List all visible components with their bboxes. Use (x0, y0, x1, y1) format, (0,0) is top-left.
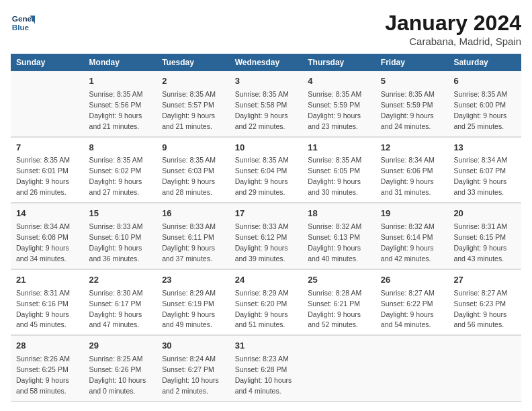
calendar-cell: 15Sunrise: 8:33 AMSunset: 6:10 PMDayligh… (84, 203, 157, 269)
daylight-text: Daylight: 9 hours and 42 minutes. (381, 244, 434, 263)
sunset-text: Sunset: 6:11 PM (162, 233, 214, 241)
calendar-cell: 22Sunrise: 8:30 AMSunset: 6:17 PMDayligh… (84, 269, 157, 336)
daylight-text: Daylight: 10 hours and 2 minutes. (162, 376, 219, 395)
daylight-text: Daylight: 10 hours and 0 minutes. (89, 376, 146, 395)
calendar-cell: 31Sunrise: 8:23 AMSunset: 6:28 PMDayligh… (230, 335, 303, 401)
calendar-cell: 20Sunrise: 8:31 AMSunset: 6:15 PMDayligh… (448, 203, 521, 269)
day-number: 21 (16, 274, 79, 287)
day-number: 17 (235, 208, 298, 220)
sunset-text: Sunset: 5:59 PM (381, 101, 433, 109)
calendar-cell: 12Sunrise: 8:34 AMSunset: 6:06 PMDayligh… (375, 137, 449, 203)
calendar-cell: 2Sunrise: 8:35 AMSunset: 5:57 PMDaylight… (157, 71, 230, 137)
day-number: 22 (89, 274, 152, 287)
day-number: 4 (308, 75, 370, 88)
daylight-text: Daylight: 9 hours and 27 minutes. (89, 177, 142, 196)
main-title: January 2024 (385, 11, 521, 36)
sunset-text: Sunset: 6:19 PM (162, 300, 214, 308)
day-number: 14 (16, 208, 79, 220)
calendar-cell: 26Sunrise: 8:27 AMSunset: 6:22 PMDayligh… (375, 269, 449, 336)
sunset-text: Sunset: 6:12 PM (235, 233, 287, 241)
sunset-text: Sunset: 6:02 PM (89, 167, 142, 175)
sunrise-text: Sunrise: 8:35 AM (453, 90, 507, 98)
week-row-3: 14Sunrise: 8:34 AMSunset: 6:08 PMDayligh… (11, 203, 521, 269)
sunrise-text: Sunrise: 8:35 AM (235, 90, 289, 98)
sunset-text: Sunset: 5:56 PM (89, 101, 142, 109)
daylight-text: Daylight: 9 hours and 51 minutes. (235, 310, 288, 329)
daylight-text: Daylight: 9 hours and 21 minutes. (162, 111, 215, 130)
sunset-text: Sunset: 6:13 PM (308, 233, 360, 241)
calendar-cell: 4Sunrise: 8:35 AMSunset: 5:59 PMDaylight… (302, 71, 375, 137)
sunrise-text: Sunrise: 8:32 AM (381, 222, 435, 230)
sunset-text: Sunset: 6:21 PM (308, 300, 360, 308)
sunset-text: Sunset: 6:23 PM (453, 300, 506, 308)
calendar-cell (448, 335, 521, 401)
day-header-friday: Friday (375, 54, 449, 71)
sunset-text: Sunset: 5:57 PM (162, 101, 214, 109)
daylight-text: Daylight: 9 hours and 25 minutes. (453, 111, 506, 130)
sunrise-text: Sunrise: 8:35 AM (235, 156, 289, 164)
daylight-text: Daylight: 9 hours and 22 minutes. (235, 111, 288, 130)
calendar-cell (11, 71, 84, 137)
calendar-cell: 16Sunrise: 8:33 AMSunset: 6:11 PMDayligh… (157, 203, 230, 269)
logo: General Blue (11, 11, 35, 35)
daylight-text: Daylight: 9 hours and 47 minutes. (89, 310, 142, 329)
day-number: 28 (16, 340, 79, 353)
daylight-text: Daylight: 9 hours and 36 minutes. (89, 244, 142, 263)
sunset-text: Sunset: 6:07 PM (453, 167, 506, 175)
calendar-cell: 10Sunrise: 8:35 AMSunset: 6:04 PMDayligh… (230, 137, 303, 203)
sunrise-text: Sunrise: 8:27 AM (381, 289, 435, 297)
day-number: 31 (235, 340, 298, 353)
sunrise-text: Sunrise: 8:32 AM (308, 222, 361, 230)
daylight-text: Daylight: 9 hours and 52 minutes. (308, 310, 361, 329)
day-number: 26 (381, 274, 443, 287)
daylight-text: Daylight: 9 hours and 26 minutes. (16, 177, 69, 196)
sunset-text: Sunset: 6:27 PM (162, 365, 214, 373)
calendar-cell: 29Sunrise: 8:25 AMSunset: 6:26 PMDayligh… (84, 335, 157, 401)
day-number: 7 (16, 142, 79, 154)
sunset-text: Sunset: 6:22 PM (381, 300, 433, 308)
daylight-text: Daylight: 9 hours and 58 minutes. (16, 376, 69, 395)
sunrise-text: Sunrise: 8:33 AM (162, 222, 216, 230)
sunset-text: Sunset: 6:26 PM (89, 365, 142, 373)
daylight-text: Daylight: 9 hours and 49 minutes. (162, 310, 215, 329)
day-number: 27 (453, 274, 516, 287)
calendar-cell: 7Sunrise: 8:35 AMSunset: 6:01 PMDaylight… (11, 137, 84, 203)
sunset-text: Sunset: 6:16 PM (16, 300, 69, 308)
subtitle: Carabana, Madrid, Spain (385, 36, 521, 47)
sunset-text: Sunset: 6:08 PM (16, 233, 69, 241)
day-number: 29 (89, 340, 152, 353)
day-number: 12 (381, 142, 443, 154)
day-number: 3 (235, 75, 298, 88)
calendar-cell: 19Sunrise: 8:32 AMSunset: 6:14 PMDayligh… (375, 203, 449, 269)
day-header-saturday: Saturday (448, 54, 521, 71)
sunrise-text: Sunrise: 8:34 AM (16, 222, 70, 230)
sunset-text: Sunset: 5:59 PM (308, 101, 360, 109)
sunset-text: Sunset: 6:20 PM (235, 300, 287, 308)
sunrise-text: Sunrise: 8:24 AM (162, 355, 216, 363)
sunrise-text: Sunrise: 8:35 AM (89, 90, 143, 98)
day-number: 25 (308, 274, 370, 287)
sunset-text: Sunset: 6:04 PM (235, 167, 287, 175)
sunset-text: Sunset: 6:14 PM (381, 233, 433, 241)
daylight-text: Daylight: 9 hours and 30 minutes. (308, 177, 361, 196)
day-number: 8 (89, 142, 152, 154)
daylight-text: Daylight: 9 hours and 34 minutes. (16, 244, 69, 263)
day-header-monday: Monday (84, 54, 157, 71)
day-number: 6 (453, 75, 516, 88)
daylight-text: Daylight: 9 hours and 39 minutes. (235, 244, 288, 263)
day-number: 19 (381, 208, 443, 220)
daylight-text: Daylight: 9 hours and 54 minutes. (381, 310, 434, 329)
logo-icon: General Blue (11, 11, 35, 35)
day-number: 5 (381, 75, 443, 88)
sunset-text: Sunset: 6:15 PM (453, 233, 506, 241)
sunrise-text: Sunrise: 8:30 AM (89, 289, 143, 297)
day-number: 13 (453, 142, 516, 154)
sunrise-text: Sunrise: 8:33 AM (235, 222, 289, 230)
sunrise-text: Sunrise: 8:34 AM (453, 156, 507, 164)
daylight-text: Daylight: 9 hours and 21 minutes. (89, 111, 142, 130)
calendar-cell: 5Sunrise: 8:35 AMSunset: 5:59 PMDaylight… (375, 71, 449, 137)
calendar-table: SundayMondayTuesdayWednesdayThursdayFrid… (11, 54, 521, 402)
day-header-thursday: Thursday (302, 54, 375, 71)
calendar-cell: 13Sunrise: 8:34 AMSunset: 6:07 PMDayligh… (448, 137, 521, 203)
day-header-tuesday: Tuesday (157, 54, 230, 71)
